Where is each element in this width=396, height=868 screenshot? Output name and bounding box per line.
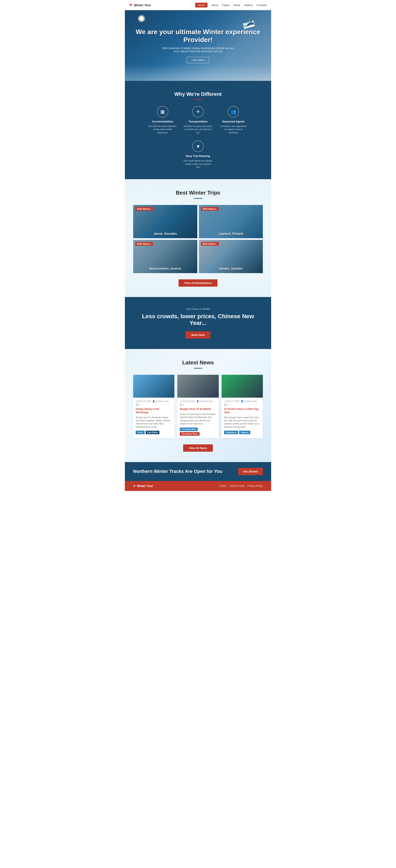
news-title: Latest News (133, 360, 263, 366)
why-section: Why We're Different ▦ Accommodation We o… (125, 81, 271, 179)
nav-news[interactable]: News (233, 3, 241, 7)
news-meta-3: 🕐 Feb 17, 2015 👤 by Demo User 💬 2 (224, 400, 260, 406)
nav-contacts[interactable]: Contacts (256, 3, 267, 7)
trip-price-3: $630.00/pers. (135, 242, 153, 246)
trip-card-3[interactable]: $630.00/pers. Neuschneher, Austria (133, 240, 197, 273)
tag-apparel[interactable]: Apparel (239, 431, 250, 434)
get-started-button[interactable]: Get Started (238, 468, 263, 475)
hero-learn-more-button[interactable]: Learn More (187, 57, 209, 63)
planning-icon: ★ (192, 141, 204, 152)
feature-transportation-title: Transportation (183, 120, 213, 123)
news-text-3: Big changes have swept Park City, the Ut… (224, 416, 260, 429)
news-title-3[interactable]: 12 Perfect Hours in Park City, Utah (224, 408, 260, 414)
trips-grid: $160.00/pers. Jasná, Slovakia $460.00/pe… (133, 205, 263, 273)
feature-planning: ★ Easy Trip Planning Our travel agents a… (183, 141, 213, 169)
news-author-3: 👤 by Demo User (241, 400, 257, 402)
tag-cartrides[interactable]: Cart Rides (146, 431, 160, 434)
agents-icon: 👥 (228, 106, 239, 118)
why-title: Why We're Different (133, 91, 263, 97)
news-img-3 (222, 375, 263, 398)
news-tags-1: Tours Cart Rides (136, 431, 172, 434)
logo-icon: ✈ (129, 2, 133, 7)
trip-price-2: $460.00/pers. (201, 207, 219, 211)
feature-accommodation: ▦ Accommodation We offer the finest sele… (148, 106, 177, 134)
feature-agents-title: Seasoned Agents (219, 120, 248, 123)
feature-transportation-desc: Whether it's about air tickets or shuttl… (183, 125, 213, 134)
news-img-2 (177, 375, 219, 398)
news-card-3: 🕐 Feb 17, 2015 👤 by Demo User 💬 2 12 Per… (222, 375, 263, 438)
footer-links: ©2017 Terms of Use Privacy Policy (219, 485, 263, 488)
news-comments-3: 💬 2 (224, 404, 228, 406)
news-date-3: 🕐 Feb 17, 2015 (224, 400, 239, 402)
hero-subtext: With hundreds of winter holiday destinat… (161, 46, 235, 53)
why-divider (194, 99, 202, 100)
news-card-1: 🕐 Feb 19, 2015 👤 by Demo User 💬 2 Family… (133, 375, 174, 438)
view-all-news-button[interactable]: View All News (183, 444, 213, 452)
news-text-1: At last, time for the family. Enjoy your… (136, 416, 172, 429)
footer-logo: ✈ Winter Tour (133, 484, 153, 488)
tag-tours[interactable]: Tours (136, 431, 145, 434)
hero-headline: We are your ultimate Winter experience P… (133, 28, 263, 44)
promo-headline: Less crowds, lower prices, Chinese New Y… (133, 313, 263, 326)
nav-about[interactable]: About (211, 3, 218, 7)
feature-agents-desc: Combined, the experience our agents have… (219, 125, 248, 134)
feature-planning-desc: Our travel agents are always ready to pl… (183, 159, 213, 169)
promo-section: Visit China in Winter Less crowds, lower… (125, 297, 271, 349)
trip-card-4[interactable]: $650.00/pers. Abisko, Sweden (199, 240, 263, 273)
news-grid: 🕐 Feb 19, 2015 👤 by Demo User 💬 2 Family… (133, 375, 263, 438)
news-divider (194, 368, 202, 369)
news-card-2: 🕐 Feb 18, 2015 👤 by Demo User 💬 2 Budget… (177, 375, 219, 438)
promo-small-text: Visit China in Winter (133, 307, 263, 311)
brand-name: Winter Tour (134, 3, 151, 7)
trip-name-4: Abisko, Sweden (199, 267, 263, 270)
trip-card-2[interactable]: $460.00/pers. Lapland, Finland (199, 205, 263, 238)
view-all-destinations-button[interactable]: View All Destinations (178, 279, 218, 287)
news-meta-2: 🕐 Feb 18, 2015 👤 by Demo User 💬 2 (180, 400, 216, 406)
news-body-2: 🕐 Feb 18, 2015 👤 by Demo User 💬 2 Budget… (177, 398, 219, 438)
tag-equipment[interactable]: Equipment (224, 431, 238, 434)
news-date-2: 🕐 Feb 18, 2015 (180, 400, 195, 402)
news-date-1: 🕐 Feb 19, 2015 (136, 400, 151, 402)
news-body-1: 🕐 Feb 19, 2015 👤 by Demo User 💬 2 Family… (133, 398, 174, 437)
news-tags-2: Snowboarding Christmas Tours (180, 428, 216, 436)
trip-price-4: $650.00/pers. (201, 242, 219, 246)
trips-section: Best Winter Trips $160.00/pers. Jasná, S… (125, 179, 271, 297)
footer-brand-name: Winter Tour (137, 484, 153, 488)
nav-home[interactable]: Home (195, 3, 207, 7)
cta-section: Northern Winter Tracks Are Open for You … (125, 462, 271, 481)
news-meta-1: 🕐 Feb 19, 2015 👤 by Demo User 💬 2 (136, 400, 172, 406)
tag-christmas[interactable]: Christmas Tours (180, 432, 200, 436)
book-now-button[interactable]: Book Now (186, 331, 210, 339)
news-tags-3: Equipment Apparel (224, 431, 260, 434)
footer: ✈ Winter Tour ©2017 Terms of Use Privacy… (125, 481, 271, 491)
footer-logo-icon: ✈ (133, 484, 136, 488)
news-author-2: 👤 by Demo User (196, 400, 213, 402)
news-author-1: 👤 by Demo User (152, 400, 169, 402)
features-grid: ▦ Accommodation We offer the finest sele… (133, 106, 263, 169)
news-title-2[interactable]: Budget Tours of Scotland! (180, 408, 216, 411)
sun-decoration (137, 14, 146, 23)
feature-agents: 👥 Seasoned Agents Combined, the experien… (219, 106, 248, 134)
footer-privacy[interactable]: Privacy Policy (247, 485, 263, 488)
news-comments-2: 💬 2 (180, 404, 184, 406)
nav-pages[interactable]: Pages (222, 3, 230, 7)
accommodation-icon: ▦ (157, 106, 168, 118)
feature-transportation: ✈ Transportation Whether it's about air … (183, 106, 213, 134)
news-title-1[interactable]: Family Skiing in the Nockberge (136, 408, 172, 414)
trips-divider (194, 198, 202, 199)
footer-terms[interactable]: Terms of Use (230, 485, 245, 488)
news-comments-1: 💬 2 (136, 404, 140, 406)
trip-card-1[interactable]: $160.00/pers. Jasná, Slovakia (133, 205, 197, 238)
trips-title: Best Winter Trips (133, 190, 263, 196)
feature-accommodation-title: Accommodation (148, 120, 177, 123)
news-text-2: If you are planning to visit Scotland an… (180, 412, 216, 426)
tag-snowboarding[interactable]: Snowboarding (180, 428, 197, 431)
news-body-3: 🕐 Feb 17, 2015 👤 by Demo User 💬 2 12 Per… (222, 398, 263, 437)
brand-logo[interactable]: ✈ Winter Tour (129, 2, 151, 7)
feature-planning-title: Easy Trip Planning (183, 154, 213, 158)
hero-content: We are your ultimate Winter experience P… (125, 28, 271, 63)
nav-gallery[interactable]: Gallery (244, 3, 253, 7)
trip-name-1: Jasná, Slovakia (133, 232, 197, 235)
footer-copyright: ©2017 (219, 485, 227, 488)
nav-links: Home About Pages News Gallery Contacts (195, 3, 267, 7)
